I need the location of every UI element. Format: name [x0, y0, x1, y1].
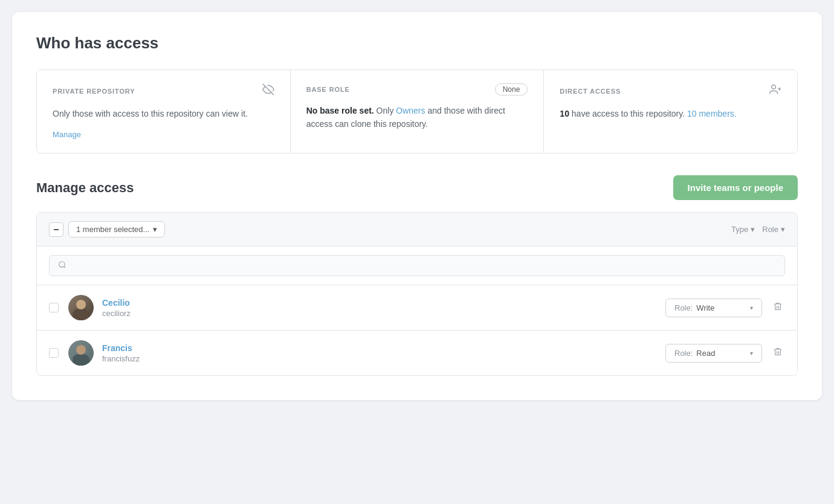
access-table: 1 member selected... ▾ Type ▾ Role ▾	[36, 212, 798, 376]
francis-delete-button[interactable]	[771, 344, 785, 362]
role-label: Role:	[674, 349, 693, 358]
cecilio-delete-button[interactable]	[771, 299, 785, 317]
owners-link[interactable]: Owners	[396, 106, 425, 115]
svg-line-6	[64, 267, 66, 268]
base-role-label: BASE ROLE	[306, 86, 350, 93]
cecilio-checkbox[interactable]	[49, 303, 59, 312]
deselect-button[interactable]	[49, 222, 63, 237]
dropdown-chevron-icon: ▾	[153, 225, 157, 234]
direct-access-card: DIRECT ACCESS 10 have access to this rep…	[544, 70, 797, 153]
access-text: have access to this repository. 10 membe…	[569, 109, 737, 118]
main-container: Who has access PRIVATE REPOSITORY Only t…	[12, 12, 822, 400]
francis-info: Francis francisfuzz	[102, 343, 665, 363]
access-count: 10	[560, 109, 569, 118]
svg-point-5	[59, 262, 65, 267]
eye-off-icon	[262, 83, 274, 99]
role-filter-button[interactable]: Role ▾	[762, 225, 785, 234]
card-header: PRIVATE REPOSITORY	[53, 83, 274, 99]
search-icon	[58, 260, 66, 271]
base-role-badge: None	[495, 83, 528, 95]
private-repo-body: Only those with access to this repositor…	[53, 107, 274, 120]
manage-header: Manage access Invite teams or people	[36, 175, 798, 200]
card-header: BASE ROLE None	[306, 83, 528, 95]
type-filter-label: Type	[731, 225, 748, 234]
base-role-body: No base role set. Only Owners and those …	[306, 104, 528, 131]
francis-avatar	[68, 340, 94, 366]
svg-point-1	[772, 85, 776, 89]
cecilio-info: Cecilio ceciliorz	[102, 298, 665, 318]
type-chevron-icon: ▾	[751, 225, 755, 234]
avatar-image	[68, 340, 94, 366]
role-filter-label: Role	[762, 225, 778, 234]
cecilio-avatar	[68, 295, 94, 320]
francis-checkbox[interactable]	[49, 348, 59, 358]
info-cards: PRIVATE REPOSITORY Only those with acces…	[36, 69, 798, 153]
francis-role-value: Read	[696, 349, 715, 358]
role-label: Role:	[674, 303, 693, 312]
member-dropdown[interactable]: 1 member selected... ▾	[68, 221, 165, 237]
search-box	[49, 255, 785, 276]
search-input[interactable]	[71, 261, 776, 271]
base-role-bold: No base role set.	[306, 106, 374, 115]
role-chevron-icon: ▾	[750, 350, 753, 357]
filter-group: Type ▾ Role ▾	[731, 225, 785, 234]
person-add-icon	[769, 83, 781, 99]
francis-handle: francisfuzz	[102, 354, 665, 363]
member-dropdown-label: 1 member selected...	[76, 225, 149, 234]
type-filter-button[interactable]: Type ▾	[731, 225, 755, 234]
card-header: DIRECT ACCESS	[560, 83, 781, 99]
manage-access-title: Manage access	[36, 180, 134, 196]
base-role-card: BASE ROLE None No base role set. Only Ow…	[291, 70, 545, 153]
search-row	[37, 247, 797, 285]
members-link[interactable]: 10 members.	[687, 109, 737, 118]
cecilio-role-selector[interactable]: Role: Write ▾	[665, 299, 762, 317]
cecilio-handle: ceciliorz	[102, 309, 665, 318]
page-title: Who has access	[36, 34, 798, 53]
cecilio-role-value: Write	[696, 303, 714, 312]
role-chevron-icon: ▾	[750, 305, 753, 311]
direct-access-label: DIRECT ACCESS	[560, 88, 621, 95]
private-repo-card: PRIVATE REPOSITORY Only those with acces…	[37, 70, 291, 153]
table-row: Francis francisfuzz Role: Read ▾	[37, 331, 797, 375]
avatar-image	[68, 295, 94, 320]
cecilio-name: Cecilio	[102, 298, 665, 308]
private-repo-label: PRIVATE REPOSITORY	[53, 88, 135, 95]
table-toolbar: 1 member selected... ▾ Type ▾ Role ▾	[37, 213, 797, 247]
francis-name: Francis	[102, 343, 665, 353]
invite-button[interactable]: Invite teams or people	[673, 175, 798, 200]
role-chevron-icon: ▾	[781, 225, 785, 234]
table-row: Cecilio ceciliorz Role: Write ▾	[37, 285, 797, 331]
manage-link[interactable]: Manage	[53, 130, 81, 139]
direct-access-body: 10 have access to this repository. 10 me…	[560, 107, 781, 120]
francis-role-selector[interactable]: Role: Read ▾	[665, 344, 762, 363]
member-selector: 1 member selected... ▾	[49, 221, 165, 237]
